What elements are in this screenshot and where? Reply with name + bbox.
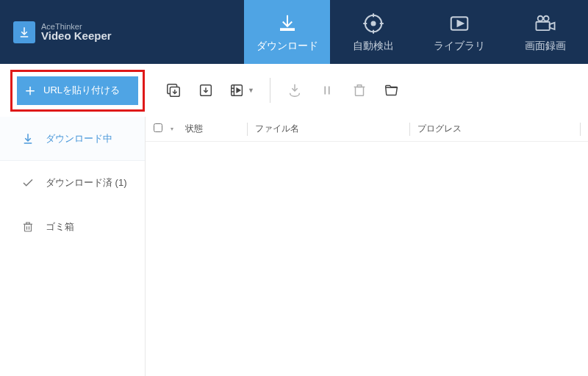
logo-text: AceThinker Video Keeper [41, 22, 112, 42]
select-all-checkbox[interactable] [154, 123, 162, 132]
app-logo-icon [13, 21, 35, 43]
svg-point-9 [537, 15, 542, 21]
chevron-down-icon[interactable]: ▾ [171, 126, 179, 132]
brand-line2: Video Keeper [41, 29, 112, 42]
paste-url-button[interactable]: ＋ URLを貼り付ける [17, 76, 138, 105]
sidebar-item-downloading[interactable]: ダウンロード中 [0, 117, 145, 161]
convert-button[interactable]: ▼ [224, 76, 259, 104]
plus-icon: ＋ [17, 79, 43, 101]
toolbar-group-1: ▼ [159, 76, 259, 104]
content-area: ▾ 状態 ファイル名 プログレス [146, 117, 588, 376]
trash-icon [21, 220, 35, 234]
column-header-row: ▾ 状態 ファイル名 プログレス [146, 117, 588, 142]
svg-marker-20 [237, 88, 240, 93]
check-icon [21, 176, 35, 189]
nav-label: 自動検出 [353, 40, 394, 53]
sidebar-item-label: ダウンロード中 [46, 132, 112, 145]
nav-tab-detect[interactable]: 自動検出 [330, 0, 416, 64]
sidebar-item-label: ゴミ箱 [46, 220, 74, 234]
target-icon [362, 12, 384, 35]
sidebar-item-downloaded[interactable]: ダウンロード済 (1) [0, 161, 145, 205]
video-camera-icon [534, 12, 557, 35]
nav-tab-download[interactable]: ダウンロード [244, 0, 330, 64]
nav-tab-library[interactable]: ライブラリ [416, 0, 502, 64]
delete-button[interactable] [345, 76, 373, 104]
open-folder-button[interactable] [378, 76, 406, 104]
sidebar: ダウンロード中 ダウンロード済 (1) ゴミ箱 [0, 117, 146, 376]
download-icon [21, 132, 35, 145]
nav-label: 画面録画 [525, 40, 566, 53]
pause-button[interactable] [313, 76, 341, 104]
toolbar: ＋ URLを貼り付ける ▼ [0, 64, 588, 117]
nav-tab-record[interactable]: 画面録画 [502, 0, 588, 64]
column-separator [580, 123, 581, 136]
paste-url-highlight: ＋ URLを貼り付ける [10, 70, 145, 112]
column-filename[interactable]: ファイル名 [248, 123, 409, 135]
app-header: AceThinker Video Keeper ダウンロード 自動検出 ライブラ… [0, 0, 588, 64]
download-all-button[interactable] [159, 76, 187, 104]
paste-url-label: URLを貼り付ける [43, 84, 120, 97]
play-square-icon [448, 12, 470, 35]
svg-marker-8 [457, 21, 463, 26]
logo-area: AceThinker Video Keeper [0, 0, 112, 64]
nav-label: ライブラリ [434, 40, 485, 53]
column-status[interactable]: 状態 [179, 123, 247, 135]
sidebar-item-trash[interactable]: ゴミ箱 [0, 205, 145, 249]
download-single-button[interactable] [192, 76, 220, 104]
main-area: ダウンロード中 ダウンロード済 (1) ゴミ箱 ▾ 状態 ファイル名 プログレス [0, 117, 588, 376]
start-button[interactable] [281, 76, 309, 104]
toolbar-separator [270, 78, 270, 103]
column-progress[interactable]: プログレス [410, 123, 580, 135]
toolbar-group-2 [281, 76, 406, 104]
svg-point-2 [371, 21, 375, 25]
nav-label: ダウンロード [257, 40, 318, 53]
sidebar-item-label: ダウンロード済 (1) [46, 176, 127, 189]
svg-rect-11 [536, 21, 549, 29]
chevron-down-icon: ▼ [248, 87, 254, 94]
svg-point-10 [543, 15, 548, 21]
svg-marker-12 [549, 22, 554, 29]
download-icon [276, 12, 298, 35]
